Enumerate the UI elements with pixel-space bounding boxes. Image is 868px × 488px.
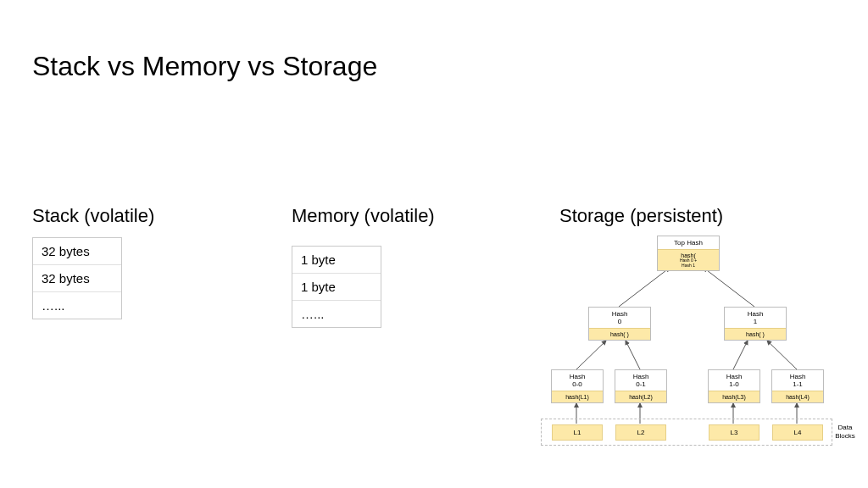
tree-node-title: Hash 0-1 xyxy=(615,370,666,391)
data-blocks-label: Data Blocks xyxy=(832,424,858,440)
tree-node-hash: hash( Hash 0 + Hash 1 xyxy=(658,249,719,270)
tree-node-title: Hash 0-0 xyxy=(552,370,603,391)
stack-heading: Stack (volatile) xyxy=(32,205,154,227)
tree-node-title: Hash 1-1 xyxy=(772,370,823,391)
tree-node-l1-1: Hash 1 hash( ) xyxy=(724,307,787,341)
stack-table: 32 bytes 32 bytes …... xyxy=(32,237,122,319)
svg-line-0 xyxy=(619,268,670,307)
tree-leaf: L4 xyxy=(772,424,823,441)
tree-node-hash: hash(L3) xyxy=(709,391,760,402)
tree-node-l2-3: Hash 1-1 hash(L4) xyxy=(771,369,824,403)
svg-line-3 xyxy=(626,341,640,369)
slide: Stack vs Memory vs Storage Stack (volati… xyxy=(0,0,868,488)
tree-leaf: L1 xyxy=(552,424,603,441)
svg-line-2 xyxy=(576,341,606,369)
tree-node-title: Hash 0 xyxy=(589,308,650,328)
svg-line-1 xyxy=(704,268,754,307)
svg-line-5 xyxy=(767,341,797,369)
tree-node-hash: hash( ) xyxy=(589,328,650,340)
stack-row: 32 bytes xyxy=(33,265,121,292)
tree-leaf: L3 xyxy=(709,424,760,441)
stack-row: 32 bytes xyxy=(33,238,121,265)
tree-node-l2-0: Hash 0-0 hash(L1) xyxy=(551,369,604,403)
tree-node-l2-2: Hash 1-0 hash(L3) xyxy=(708,369,760,403)
tree-node-l1-0: Hash 0 hash( ) xyxy=(588,307,651,341)
tree-node-hash: hash(L4) xyxy=(772,391,823,402)
tree-node-title: Hash 1 xyxy=(725,308,786,328)
memory-row: 1 byte xyxy=(292,247,381,274)
stack-row: …... xyxy=(33,292,121,319)
memory-table: 1 byte 1 byte …... xyxy=(292,246,381,328)
tree-node-hash: hash(L2) xyxy=(615,391,666,402)
tree-node-title: Top Hash xyxy=(658,236,719,249)
memory-row: …... xyxy=(292,301,381,327)
merkle-tree: Top Hash hash( Hash 0 + Hash 1 Hash 0 ha… xyxy=(526,234,848,463)
page-title: Stack vs Memory vs Storage xyxy=(32,51,377,82)
tree-node-top: Top Hash hash( Hash 0 + Hash 1 xyxy=(657,236,720,271)
storage-heading: Storage (persistent) xyxy=(559,205,723,227)
tree-node-title: Hash 1-0 xyxy=(709,370,760,391)
tree-node-hash: hash( ) xyxy=(725,328,786,340)
memory-row: 1 byte xyxy=(292,274,381,301)
memory-heading: Memory (volatile) xyxy=(292,205,435,227)
tree-leaf: L2 xyxy=(615,424,666,441)
tree-node-l2-1: Hash 0-1 hash(L2) xyxy=(615,369,667,403)
tree-node-hash: hash(L1) xyxy=(552,391,603,402)
svg-line-4 xyxy=(733,341,748,369)
